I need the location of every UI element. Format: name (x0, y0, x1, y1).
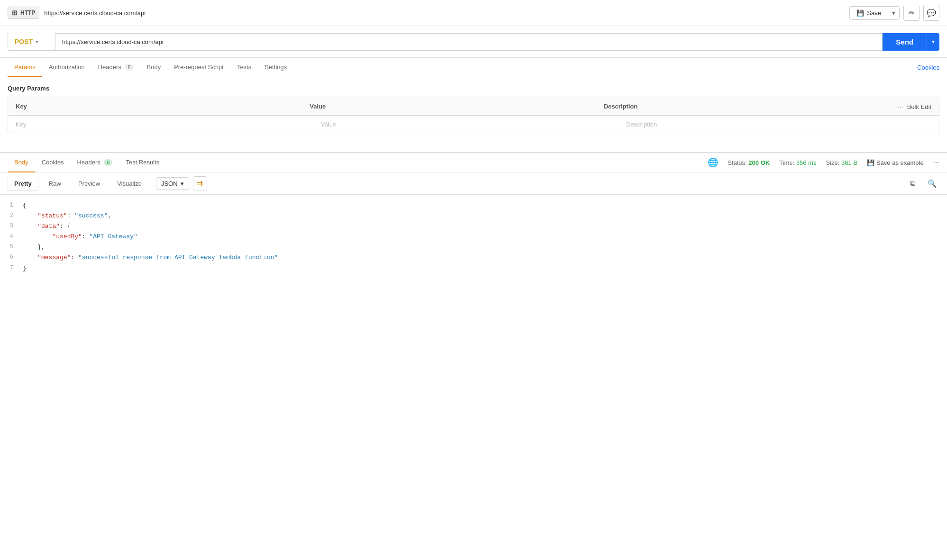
copy-button[interactable]: ⧉ (905, 176, 920, 190)
json-content: "message": "successful response from API… (23, 253, 947, 263)
pencil-icon: ✏ (909, 9, 915, 18)
json-content: { (23, 200, 947, 211)
params-header: Key Value Description ··· Bulk Edit (8, 98, 939, 116)
size-value: 381 B (841, 159, 857, 166)
save-icon: 💾 (856, 9, 864, 17)
time-label: Time: 356 ms (779, 159, 816, 166)
response-headers-badge: 6 (104, 159, 112, 166)
method-selector[interactable]: POST ▾ (8, 33, 55, 51)
send-button[interactable]: Send (883, 33, 927, 51)
json-line-1: 1 { (0, 200, 947, 211)
description-placeholder[interactable]: Description (619, 116, 924, 133)
save-label: Save (867, 9, 881, 17)
json-output: 1 { 2 "status": "success", 3 "data": { 4… (0, 195, 947, 280)
json-content: "usedBy": "API Gateway" (23, 232, 947, 242)
url-bar-left: ⊞ HTTP https://service.certs.cloud-ca.co… (8, 7, 844, 19)
url-bar-url: https://service.certs.cloud-ca.com/api (44, 9, 146, 17)
value-placeholder[interactable]: Value (313, 116, 619, 133)
format-label: JSON (161, 180, 178, 187)
save-button-group[interactable]: 💾 Save ▾ (849, 6, 900, 20)
url-bar-actions: 💾 Save ▾ ✏ 💬 (849, 5, 939, 21)
tab-body[interactable]: Body (140, 58, 168, 77)
view-visualize-button[interactable]: Visualize (110, 177, 148, 190)
params-header-actions: ··· Bulk Edit (890, 98, 939, 115)
col-description: Description (596, 98, 890, 115)
http-icon: ⊞ (12, 9, 18, 17)
query-params-section: Query Params Key Value Description ··· B… (0, 77, 947, 133)
json-content: } (23, 263, 947, 274)
format-chevron-icon: ▾ (181, 180, 184, 187)
save-button[interactable]: 💾 Save (850, 7, 888, 19)
line-number: 1 (0, 200, 23, 210)
line-number: 3 (0, 221, 23, 231)
row-actions (924, 116, 939, 133)
response-tab-cookies[interactable]: Cookies (35, 153, 71, 172)
headers-badge: 8 (125, 64, 133, 71)
json-content: "status": "success", (23, 211, 947, 221)
save-icon-small: 💾 (867, 159, 874, 166)
tab-tests[interactable]: Tests (230, 58, 258, 77)
line-number: 5 (0, 242, 23, 252)
tab-params[interactable]: Params (8, 58, 42, 77)
col-value: Value (302, 98, 596, 115)
comment-button[interactable]: 💬 (923, 5, 939, 21)
wrap-button[interactable]: ⇉ (193, 176, 207, 190)
query-params-title: Query Params (8, 85, 939, 92)
tab-headers[interactable]: Headers 8 (91, 58, 140, 77)
params-empty-row: Key Value Description (8, 116, 939, 133)
edit-button[interactable]: ✏ (903, 5, 920, 21)
status-label: Status: 200 OK (728, 159, 770, 166)
json-content: }, (23, 242, 947, 253)
status-value: 200 OK (748, 159, 770, 166)
response-more-button[interactable]: ··· (933, 158, 939, 167)
view-preview-button[interactable]: Preview (72, 177, 107, 190)
url-bar: ⊞ HTTP https://service.certs.cloud-ca.co… (0, 0, 947, 26)
response-tab-body[interactable]: Body (8, 153, 35, 172)
response-area: Body Cookies Headers 6 Test Results 🌐 St… (0, 152, 947, 280)
bulk-edit-link[interactable]: Bulk Edit (907, 103, 931, 110)
request-line: POST ▾ Send ▾ (0, 26, 947, 58)
view-pretty-button[interactable]: Pretty (8, 177, 38, 190)
tab-settings[interactable]: Settings (258, 58, 293, 77)
search-button[interactable]: 🔍 (925, 176, 939, 190)
line-number: 4 (0, 232, 23, 241)
json-content: "data": { (23, 221, 947, 232)
line-number: 6 (0, 253, 23, 262)
wrap-icon: ⇉ (197, 179, 203, 188)
view-raw-button[interactable]: Raw (42, 177, 68, 190)
tab-authorization[interactable]: Authorization (42, 58, 91, 77)
globe-icon: 🌐 (708, 157, 718, 168)
response-meta: 🌐 Status: 200 OK Time: 356 ms Size: 381 … (708, 157, 939, 168)
params-table: Key Value Description ··· Bulk Edit Key … (8, 98, 939, 133)
response-tab-test-results[interactable]: Test Results (119, 153, 166, 172)
send-dropdown-button[interactable]: ▾ (927, 33, 939, 51)
send-button-group: Send ▾ (883, 33, 939, 51)
comment-icon: 💬 (927, 9, 936, 18)
line-number: 2 (0, 211, 23, 220)
tab-pre-request-script[interactable]: Pre-request Script (167, 58, 230, 77)
json-line-6: 6 "message": "successful response from A… (0, 253, 947, 263)
save-example-link[interactable]: 💾 Save as example (867, 159, 924, 166)
json-line-3: 3 "data": { (0, 221, 947, 232)
http-badge-text: HTTP (20, 9, 35, 16)
json-line-4: 4 "usedBy": "API Gateway" (0, 232, 947, 242)
col-key: Key (8, 98, 302, 115)
response-tabs: Body Cookies Headers 6 Test Results 🌐 St… (0, 153, 947, 172)
url-input[interactable] (55, 33, 883, 51)
size-label: Size: 381 B (826, 159, 857, 166)
format-selector[interactable]: JSON ▾ (156, 177, 189, 190)
json-line-2: 2 "status": "success", (0, 211, 947, 221)
line-number: 7 (0, 263, 23, 273)
json-line-7: 7 } (0, 263, 947, 274)
more-icon[interactable]: ··· (898, 103, 903, 110)
http-badge: ⊞ HTTP (8, 7, 39, 19)
time-value: 356 ms (796, 159, 817, 166)
cookies-link[interactable]: Cookies (917, 64, 939, 71)
response-tab-headers[interactable]: Headers 6 (71, 153, 119, 172)
chevron-down-icon: ▾ (36, 39, 38, 45)
format-bar: Pretty Raw Preview Visualize JSON ▾ ⇉ ⧉ … (0, 172, 947, 195)
save-dropdown-button[interactable]: ▾ (888, 7, 899, 19)
request-tabs: Params Authorization Headers 8 Body Pre-… (0, 58, 947, 77)
key-placeholder[interactable]: Key (8, 116, 313, 133)
json-line-5: 5 }, (0, 242, 947, 253)
